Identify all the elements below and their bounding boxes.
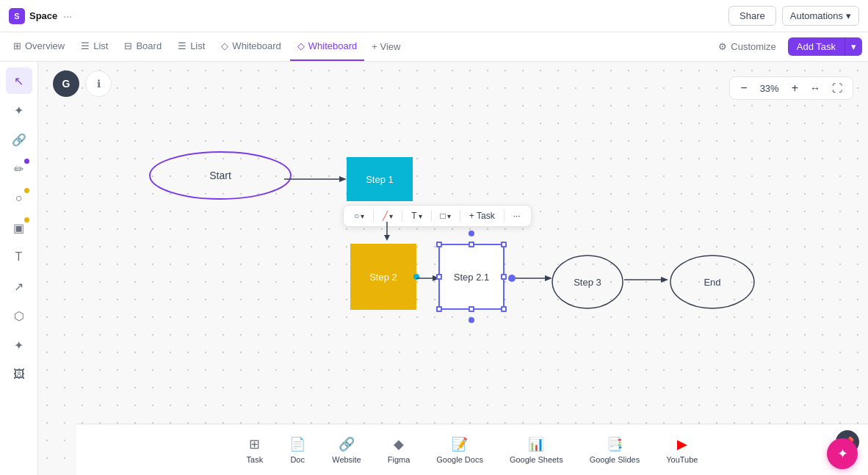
tab-overview[interactable]: ⊞ Overview (6, 33, 72, 61)
bottom-bar: 📌 ⊞ Task 📄 Doc 🔗 Website ◆ Figma 📝 Googl… (76, 424, 868, 475)
doc-label: Doc (290, 455, 305, 464)
sidebar-tool-circle[interactable]: ○ (6, 185, 32, 211)
bottom-tool-youtube[interactable]: ▶ YouTube (653, 430, 711, 470)
whiteboard2-icon: ◇ (297, 40, 305, 51)
text-chevron: ▾ (419, 212, 422, 220)
bottom-tool-google-docs[interactable]: 📝 Google Docs (423, 430, 496, 470)
handle-bottom-left[interactable] (436, 306, 442, 312)
tb-sep5 (504, 210, 504, 222)
tab-whiteboard1[interactable]: ◇ Whiteboard (214, 33, 288, 61)
sidebar-tool-sticky[interactable]: ▣ (6, 214, 32, 241)
circle-icon: ○ (15, 192, 23, 205)
step21-bottom-connector (469, 317, 474, 323)
sidebar-tool-text[interactable]: T (6, 244, 32, 270)
bottom-tool-doc[interactable]: 📄 Doc (276, 430, 319, 470)
sticky-dot (24, 217, 29, 222)
magic-button[interactable]: ✦ (827, 438, 858, 469)
select-icon: ↖ (14, 74, 23, 88)
customize-label: Customize (731, 41, 775, 52)
bottom-tool-task[interactable]: ⊞ Task (234, 430, 277, 470)
sidebar-tool-smart[interactable]: ✦ (6, 332, 32, 358)
handle-bottom-mid[interactable] (469, 306, 474, 312)
add-task-button[interactable]: Add Task ▾ (788, 37, 862, 56)
tb-sep4 (460, 210, 460, 222)
step1-shape[interactable]: Step 1 (347, 157, 413, 201)
canvas[interactable]: G ℹ − 33% + ↔ ⛶ Start (38, 62, 868, 475)
step3-shape[interactable]: Step 3 (551, 253, 624, 311)
shape-tool-pen[interactable]: ╱ ▾ (378, 209, 397, 223)
more-options-icon[interactable]: ··· (63, 10, 72, 22)
smart-icon: ✦ (14, 338, 23, 352)
add-task-chevron-icon[interactable]: ▾ (845, 37, 862, 56)
handle-right-mid[interactable] (501, 274, 507, 280)
bottom-tool-google-slides[interactable]: 📑 Google Slides (576, 430, 654, 470)
tab-board[interactable]: ⊟ Board (117, 33, 169, 61)
sidebar-tool-select[interactable]: ↖ (6, 68, 32, 94)
start-shape[interactable]: Start (147, 150, 294, 201)
more-tb-button[interactable]: ··· (509, 209, 525, 223)
bottom-tool-figma[interactable]: ◆ Figma (375, 430, 424, 470)
chevron-down-icon: ▾ (846, 10, 851, 21)
space-name: Space (29, 10, 57, 21)
sidebar-tool-mindmap[interactable]: ⬡ (6, 302, 32, 329)
tab-list1-label: List (93, 40, 108, 51)
doc-icon: 📄 (289, 436, 305, 452)
pen-icon: ✏ (14, 162, 23, 176)
google-sheets-label: Google Sheets (510, 455, 563, 464)
google-docs-icon: 📝 (452, 436, 468, 452)
customize-button[interactable]: ⚙ Customize (712, 37, 781, 56)
sticky-icon: ▣ (13, 221, 24, 235)
tab-list2[interactable]: ☰ List (170, 33, 212, 61)
sidebar-tool-ai-brush[interactable]: ✦ (6, 97, 32, 123)
topbar: S Space ··· Share Automations ▾ (0, 0, 868, 32)
share-button[interactable]: Share (728, 6, 776, 26)
sidebar-tool-image[interactable]: 🖼 (6, 361, 32, 388)
tab-whiteboard1-label: Whiteboard (232, 40, 281, 51)
circle-tool-chevron: ▾ (361, 212, 364, 220)
add-task-tb-button[interactable]: + Task (465, 209, 499, 223)
task-label: Task (247, 455, 264, 464)
google-sheets-icon: 📊 (528, 436, 544, 452)
step2-label: Step 2 (369, 272, 397, 283)
automations-label: Automations (790, 10, 843, 21)
automations-button[interactable]: Automations ▾ (782, 6, 859, 26)
circle-tool-icon: ○ (354, 211, 359, 221)
tb-sep3 (431, 210, 432, 222)
shape-tool-text[interactable]: T ▾ (407, 209, 426, 223)
image-icon: 🖼 (13, 368, 25, 381)
tab-list1[interactable]: ☰ List (73, 33, 115, 61)
task-icon: ⊞ (249, 436, 260, 452)
handle-top-left[interactable] (436, 242, 442, 247)
bottom-tool-website[interactable]: 🔗 Website (319, 430, 375, 470)
handle-left-mid[interactable] (436, 274, 442, 280)
whiteboard-canvas: Start Step 1 ○ ▾ (38, 62, 868, 475)
bottom-tool-google-sheets[interactable]: 📊 Google Sheets (496, 430, 576, 470)
rect-chevron: ▾ (447, 212, 451, 220)
arrow-step1-step2 (383, 222, 391, 242)
shape-tool-rect[interactable]: □ ▾ (436, 209, 455, 223)
website-label: Website (332, 455, 361, 464)
svg-marker-14 (661, 277, 668, 283)
list-icon: ☰ (81, 40, 90, 51)
arrow-icon: ↗ (14, 280, 23, 294)
step21-shape[interactable]: Step 2.1 (438, 244, 504, 310)
ai-brush-icon: ✦ (14, 104, 23, 117)
tab-whiteboard2[interactable]: ◇ Whiteboard (290, 33, 364, 61)
handle-top-right[interactable] (501, 242, 507, 247)
arrow-step3-end (624, 275, 672, 288)
handle-bottom-right[interactable] (501, 306, 507, 312)
tb-sep2 (402, 210, 402, 222)
sidebar-tool-pen[interactable]: ✏ (6, 156, 32, 182)
youtube-label: YouTube (666, 455, 698, 464)
pen-dot (24, 159, 29, 164)
end-shape[interactable]: End (668, 253, 756, 311)
add-view-button[interactable]: + View (366, 33, 406, 61)
step2-shape[interactable]: Step 2 (350, 244, 416, 310)
handle-top-mid[interactable] (469, 242, 474, 247)
shape-tool-circle[interactable]: ○ ▾ (350, 209, 369, 223)
sidebar-tool-arrow[interactable]: ↗ (6, 273, 32, 300)
pen-chevron: ▾ (389, 212, 393, 220)
sidebar-tool-link[interactable]: 🔗 (6, 126, 32, 153)
google-slides-icon: 📑 (607, 436, 623, 452)
shape-toolbar: ○ ▾ ╱ ▾ T ▾ □ ▾ (343, 205, 532, 227)
